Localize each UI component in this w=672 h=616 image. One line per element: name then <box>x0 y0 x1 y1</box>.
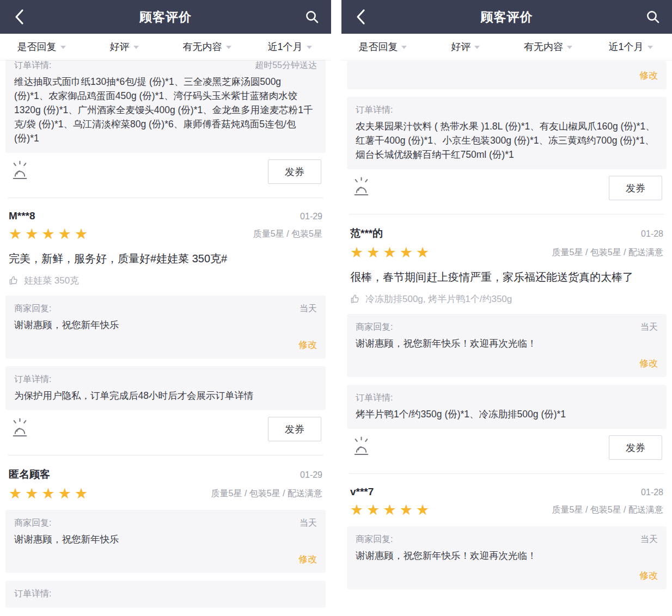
chevron-down-icon <box>474 46 480 49</box>
page-title: 顾客评价 <box>27 9 304 26</box>
card-actions-row: 发券 <box>347 169 667 203</box>
order-items-text: 烤半片鸭1个/约350g (份)*1、冷冻肋排500g (份)*1 <box>356 407 658 421</box>
review-card: v***7 01-28 ★★★★★ 质量5星 / 包装5星 / 配送满意 商家回… <box>347 474 667 589</box>
merchant-reply-text: 谢谢惠顾，祝您新年快乐！欢迎再次光临！ <box>356 336 658 350</box>
product-tag: 娃娃菜 350克 <box>5 274 326 287</box>
merchant-reply-label: 商家回复: <box>14 516 51 529</box>
siren-icon[interactable] <box>10 417 30 441</box>
reply-time: 当天 <box>300 518 317 529</box>
order-details-label: 订单详情: <box>14 587 317 600</box>
chevron-down-icon <box>647 46 653 49</box>
star-icon: ★ <box>25 226 41 242</box>
edit-reply-link[interactable]: 修改 <box>14 338 317 351</box>
chevron-down-icon <box>60 46 66 49</box>
star-rating: ★★★★★ <box>9 486 91 501</box>
merchant-reply-label: 商家回复: <box>356 321 393 334</box>
edit-reply-link[interactable]: 修改 <box>14 553 317 565</box>
panel-right: 顾客评价 是否回复 好评 有无内容 近1个月 修改 订单详情: 农夫果园果汁饮料… <box>341 0 672 616</box>
card-actions-row: 发券 <box>347 429 667 463</box>
merchant-reply-card: 商家回复: 当天 谢谢惠顾，祝您新年快乐 修改 <box>5 510 326 573</box>
review-list: 修改 订单详情: 农夫果园果汁饮料 ( 热带水果 )1.8L (份)*1、有友山… <box>341 60 672 616</box>
filter-rating-type[interactable]: 好评 <box>83 40 166 53</box>
filter-date-range[interactable]: 近1个月 <box>248 40 331 53</box>
search-button[interactable] <box>304 10 320 24</box>
back-button[interactable] <box>352 9 369 25</box>
merchant-reply-label: 商家回复: <box>356 533 393 546</box>
rating-summary: 质量5星 / 包装5星 / 配送满意 <box>211 488 322 500</box>
rating-summary: 质量5星 / 包装5星 / 配送满意 <box>552 247 663 258</box>
issue-coupon-button[interactable]: 发券 <box>609 176 662 200</box>
edit-reply-link[interactable]: 修改 <box>639 69 658 82</box>
review-username: v***7 <box>350 486 374 498</box>
review-date: 01-29 <box>300 212 322 221</box>
filter-label: 好评 <box>110 40 130 53</box>
edit-reply-link[interactable]: 修改 <box>356 357 658 369</box>
siren-icon[interactable] <box>351 176 371 200</box>
merchant-reply-label: 商家回复: <box>14 302 51 315</box>
order-details-label: 订单详情: <box>14 60 51 72</box>
product-tag: 冷冻肋排500g, 烤半片鸭1个/约350g <box>347 293 667 305</box>
dual-screenshot-container: 顾客评价 是否回复 好评 有无内容 近1个月 订单详情: 超时55分钟送达 维达… <box>0 0 672 616</box>
star-icon: ★ <box>416 502 432 518</box>
star-icon: ★ <box>416 244 432 261</box>
chevron-down-icon <box>567 46 572 49</box>
issue-coupon-button[interactable]: 发券 <box>268 159 321 184</box>
merchant-reply-text: 谢谢惠顾，祝您新年快乐 <box>14 318 317 332</box>
filter-label: 近1个月 <box>267 40 302 53</box>
search-button[interactable] <box>645 10 661 24</box>
product-tag-label: 冷冻肋排500g, 烤半片鸭1个/约350g <box>365 293 512 305</box>
merchant-reply-card: 商家回复: 当天 谢谢惠顾，祝您新年快乐！欢迎再次光临！ 修改 <box>347 314 667 377</box>
order-items-text: 为保护用户隐私，订单完成后48小时后才会展示订单详情 <box>14 389 317 403</box>
merchant-reply-card: 修改 <box>347 61 667 89</box>
review-date: 01-29 <box>300 470 322 480</box>
siren-icon[interactable] <box>351 435 371 459</box>
review-date: 01-28 <box>641 229 663 239</box>
merchant-reply-card: 商家回复: 当天 谢谢惠顾，祝您新年快乐 修改 <box>5 295 326 359</box>
filter-rating-type[interactable]: 好评 <box>424 40 507 53</box>
order-details-card: 订单详情: <box>5 581 326 608</box>
filter-bar: 是否回复 好评 有无内容 近1个月 <box>0 34 331 60</box>
reply-time: 当天 <box>300 303 317 315</box>
app-bar: 顾客评价 <box>341 0 672 34</box>
review-card: 范***的 01-28 ★★★★★ 质量5星 / 包装5星 / 配送满意 很棒，… <box>347 214 667 463</box>
reply-time: 当天 <box>640 534 658 545</box>
review-username: M***8 <box>9 210 35 222</box>
back-icon <box>355 9 366 25</box>
filter-label: 近1个月 <box>609 40 644 53</box>
issue-coupon-button[interactable]: 发券 <box>268 417 321 441</box>
filter-bar: 是否回复 好评 有无内容 近1个月 <box>341 34 672 60</box>
filter-reply-status[interactable]: 是否回复 <box>0 40 83 53</box>
star-icon: ★ <box>75 226 91 242</box>
review-card: 匿名顾客 01-29 ★★★★★ 质量5星 / 包装5星 / 配送满意 商家回复… <box>5 455 326 608</box>
filter-date-range[interactable]: 近1个月 <box>589 40 672 53</box>
star-icon: ★ <box>350 502 366 518</box>
star-icon: ★ <box>41 226 58 242</box>
search-icon <box>305 10 319 24</box>
review-username: 范***的 <box>350 226 383 241</box>
card-actions-row: 发券 <box>5 410 326 444</box>
thumb-up-icon <box>350 294 361 304</box>
order-details-card: 订单详情: 烤半片鸭1个/约350g (份)*1、冷冻肋排500g (份)*1 <box>347 385 667 429</box>
chevron-down-icon <box>307 46 312 49</box>
issue-coupon-button[interactable]: 发券 <box>609 435 662 460</box>
filter-label: 是否回复 <box>17 40 57 53</box>
chevron-down-icon <box>226 46 231 49</box>
thumb-up-icon <box>9 275 19 286</box>
star-icon: ★ <box>9 226 25 242</box>
order-details-card: 订单详情: 超时55分钟送达 维达抽取式面巾纸130抽*6包/提 (份)*1、三… <box>5 60 326 153</box>
star-rating: ★★★★★ <box>9 227 91 242</box>
filter-reply-status[interactable]: 是否回复 <box>341 40 424 53</box>
filter-has-content[interactable]: 有无内容 <box>166 40 248 53</box>
review-text: 完美，新鲜，服务好，质量好#娃娃菜 350克# <box>5 250 326 267</box>
order-details-card: 订单详情: 为保护用户隐私，订单完成后48小时后才会展示订单详情 <box>5 366 326 410</box>
star-icon: ★ <box>400 244 416 261</box>
filter-has-content[interactable]: 有无内容 <box>507 40 590 53</box>
page-title: 顾客评价 <box>369 9 645 26</box>
back-button[interactable] <box>11 9 27 25</box>
order-details-label: 订单详情: <box>356 391 658 404</box>
edit-reply-link[interactable]: 修改 <box>356 569 658 582</box>
filter-label: 好评 <box>451 40 471 53</box>
review-text: 很棒，春节期间赶上疫情严重，家乐福还能送货真的太棒了 <box>347 269 667 285</box>
order-items-text: 农夫果园果汁饮料 ( 热带水果 )1.8L (份)*1、有友山椒凤爪160g (… <box>356 119 658 162</box>
siren-icon[interactable] <box>10 159 30 183</box>
